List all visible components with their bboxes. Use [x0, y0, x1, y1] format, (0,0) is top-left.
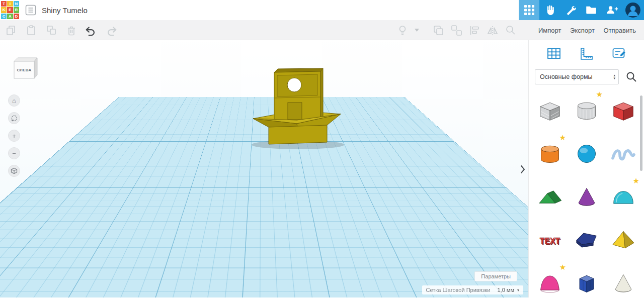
redo-button[interactable] [106, 24, 118, 36]
edit-tools [396, 24, 517, 36]
view-nav-controls: ⌂ + − [8, 94, 20, 177]
io-buttons: Импорт Экспорт Отправить [528, 20, 644, 40]
logo-tile-k: K [1, 7, 7, 13]
fit-view-button[interactable] [8, 165, 20, 177]
search-button[interactable] [625, 70, 638, 83]
shape-roof-green[interactable] [534, 181, 566, 213]
zoom-tool-button[interactable] [505, 24, 517, 36]
orbit-icon [11, 115, 18, 122]
main-area: СЛЕВА ⌂ + − [0, 40, 644, 297]
show-all-caret[interactable] [415, 29, 419, 32]
notes-icon [611, 46, 626, 61]
show-all-button[interactable] [396, 24, 409, 36]
shape-sphere-blue[interactable] [571, 138, 603, 170]
mirror-button[interactable] [487, 24, 499, 36]
paste-button[interactable] [25, 24, 37, 36]
category-select-value: Основные формы [540, 73, 593, 80]
tinkercad-logo[interactable]: TINKERCAD [1, 1, 20, 20]
logo-tile-i: I [7, 1, 13, 7]
invite-button[interactable] [601, 0, 622, 20]
hand-tool-button[interactable] [539, 0, 560, 20]
shape-pyramid-yellow[interactable] [607, 224, 639, 256]
star-badge-icon: ★ [559, 133, 566, 142]
category-select[interactable]: Основные формы ▴▾ [535, 69, 619, 84]
invite-icon [605, 4, 618, 17]
viewport-3d[interactable]: СЛЕВА ⌂ + − [0, 40, 528, 297]
folder-button[interactable] [581, 0, 601, 20]
duplicate-icon [45, 24, 57, 36]
logo-tile-c: C [1, 14, 7, 19]
send-button[interactable]: Отправить [604, 27, 636, 34]
panel-collapse-handle[interactable] [520, 164, 527, 175]
home-icon: ⌂ [12, 97, 16, 105]
orbit-button[interactable] [8, 112, 20, 124]
logo-tile-t: T [1, 1, 7, 7]
shape-box-transparent[interactable] [534, 94, 566, 127]
import-button[interactable]: Импорт [538, 27, 561, 34]
chevron-right-icon [520, 165, 525, 174]
shape-text-red[interactable]: TEXTTEXT [534, 224, 566, 256]
folder-icon [585, 4, 598, 17]
avatar-icon [625, 2, 641, 18]
copy-icon [5, 24, 17, 36]
snap-settings: Сетка Шаговой Привязки 1,0 мм ▾ [422, 285, 523, 294]
top-header: TINKERCAD Shiny Tumelo [0, 0, 644, 20]
shape-cylinder-transparent[interactable]: ★ [571, 94, 603, 127]
logo-tile-e: E [7, 7, 13, 13]
tinkercad-app: TINKERCAD Shiny Tumelo [0, 0, 644, 298]
export-button[interactable]: Экспорт [570, 27, 595, 34]
star-badge-icon: ★ [559, 263, 566, 272]
design-menu-button[interactable] [25, 4, 37, 16]
align-button[interactable] [468, 24, 480, 36]
shape-paraboloid-pink[interactable]: ★ [534, 267, 566, 297]
snap-value-select[interactable]: 1,0 мм ▾ [498, 287, 520, 293]
model-yellow-birdhouse[interactable] [249, 66, 345, 151]
delete-button[interactable] [65, 24, 77, 36]
select-updown-icon: ▴▾ [613, 74, 615, 80]
shape-box-red[interactable] [607, 94, 639, 127]
mirror-icon [487, 24, 499, 36]
group-icon [432, 24, 444, 36]
duplicate-button[interactable] [45, 24, 57, 36]
dropdown-caret-icon [415, 29, 419, 32]
panel-scrollbar[interactable] [640, 95, 642, 171]
fit-view-icon [11, 167, 18, 174]
design-title[interactable]: Shiny Tumelo [42, 6, 88, 15]
toolbar: Импорт Экспорт Отправить [0, 20, 644, 40]
shape-prism-blue[interactable] [571, 267, 603, 297]
header-actions [519, 0, 644, 20]
params-button[interactable]: Параметры [474, 271, 517, 281]
clipboard-tools [5, 24, 77, 36]
apps-grid-button[interactable] [519, 0, 539, 20]
shape-polygon-navy[interactable] [571, 224, 603, 256]
group-button[interactable] [432, 24, 444, 36]
list-icon [25, 5, 36, 16]
home-view-button[interactable]: ⌂ [8, 94, 20, 107]
shape-cone-purple[interactable] [571, 181, 603, 213]
logo-tile-r: R [14, 7, 19, 13]
workplane-tool[interactable] [545, 45, 562, 62]
shape-round-roof-cyan[interactable]: ★ [607, 181, 639, 213]
zoom-out-button[interactable]: − [8, 147, 20, 159]
undo-button[interactable] [85, 24, 97, 36]
snap-grid-label: Сетка Шаговой Привязки [426, 287, 491, 293]
shape-scribble-blue[interactable] [607, 138, 639, 170]
zoom-in-button[interactable]: + [8, 130, 20, 142]
view-cube[interactable]: СЛЕВА [11, 54, 40, 83]
apps-grid-icon [523, 4, 535, 16]
logo-tile-n: N [14, 1, 19, 7]
shape-cone-ivory[interactable] [607, 267, 639, 297]
ruler-tool[interactable] [578, 45, 595, 62]
shape-cylinder-orange[interactable]: ★ [534, 138, 566, 170]
logo-tile-d: D [14, 14, 19, 19]
copy-button[interactable] [5, 24, 17, 36]
snap-value: 1,0 мм [498, 287, 514, 293]
notes-tool[interactable] [610, 45, 627, 62]
avatar[interactable] [622, 0, 644, 20]
tools-button[interactable] [560, 0, 581, 20]
svg-text:TEXT: TEXT [540, 237, 560, 245]
category-row: Основные формы ▴▾ [535, 69, 638, 84]
ungroup-button[interactable] [450, 24, 462, 36]
panel-tools [529, 40, 644, 62]
viewcube-label: СЛЕВА [17, 68, 31, 72]
